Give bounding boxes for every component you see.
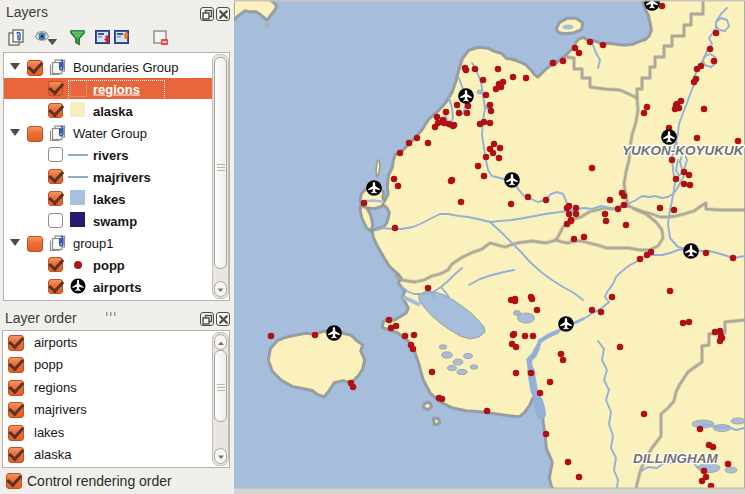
svg-text:DILLINGHAM: DILLINGHAM — [633, 451, 718, 466]
svg-text:YUKON-KOYUKUK: YUKON-KOYUKUK — [622, 143, 745, 158]
